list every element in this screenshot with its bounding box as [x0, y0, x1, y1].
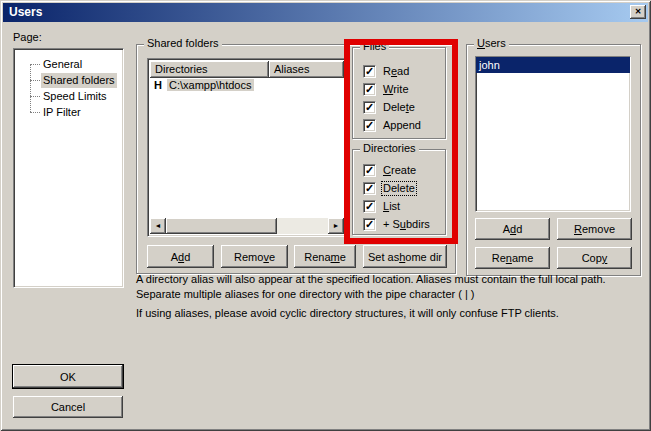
files-group-label: Files — [360, 40, 389, 53]
checkbox-checked-icon[interactable]: ✓ — [363, 65, 376, 78]
cyclic-note: If using aliases, please avoid cyclic di… — [136, 306, 640, 321]
create-checkbox-label[interactable]: Create — [382, 164, 417, 177]
checkbox-checked-icon[interactable]: ✓ — [363, 218, 376, 231]
page-tree: General Shared folders Speed Limits IP F… — [13, 48, 124, 288]
tree-connector — [30, 96, 40, 97]
cancel-button[interactable]: Cancel — [13, 396, 123, 418]
ok-button[interactable]: OK — [13, 365, 123, 388]
notes-text: A directory alias will also appear at th… — [136, 272, 640, 321]
tree-connector — [30, 64, 40, 65]
append-checkbox-row[interactable]: ✓ Append — [363, 118, 422, 132]
user-add-button[interactable]: Add — [475, 218, 550, 240]
append-checkbox-label[interactable]: Append — [382, 119, 422, 132]
checkbox-checked-icon[interactable]: ✓ — [363, 200, 376, 213]
checkbox-checked-icon[interactable]: ✓ — [363, 83, 376, 96]
subdirs-checkbox-row[interactable]: ✓ + Subdirs — [363, 217, 431, 231]
tree-connector — [30, 80, 40, 81]
close-icon[interactable]: ✕ — [630, 5, 646, 19]
users-group-label: Users — [474, 37, 509, 50]
create-checkbox-row[interactable]: ✓ Create — [363, 163, 417, 177]
listview-header: Directories Aliases — [150, 61, 344, 78]
home-marker: H — [154, 79, 162, 91]
subdirs-checkbox-label[interactable]: + Subdirs — [382, 218, 431, 231]
read-checkbox-label[interactable]: Read — [382, 65, 410, 78]
horizontal-scrollbar[interactable]: ◄ ► — [150, 218, 344, 234]
shared-rename-button[interactable]: Rename — [294, 245, 356, 268]
window-title: Users — [9, 5, 42, 19]
set-as-home-dir-button[interactable]: Set as home dir — [363, 245, 447, 268]
directory-row[interactable]: HC:\xampp\htdocs — [150, 78, 344, 93]
checkbox-checked-icon[interactable]: ✓ — [363, 119, 376, 132]
alias-note: A directory alias will also appear at th… — [136, 272, 640, 302]
user-list-item[interactable]: john — [476, 57, 630, 73]
users-dialog: Users ✕ Page: General Shared folders Spe… — [0, 0, 651, 431]
files-group: Files ✓ Read ✓ Write ✓ Delete ✓ Append — [352, 47, 446, 139]
tree-connector — [30, 112, 40, 113]
checkbox-checked-icon[interactable]: ✓ — [363, 101, 376, 114]
write-checkbox-row[interactable]: ✓ Write — [363, 82, 410, 96]
file-delete-checkbox-label[interactable]: Delete — [382, 101, 416, 114]
dir-delete-checkbox-row[interactable]: ✓ Delete — [363, 181, 416, 195]
scrollbar-thumb[interactable] — [166, 218, 277, 234]
user-remove-button[interactable]: Remove — [557, 218, 632, 240]
write-checkbox-label[interactable]: Write — [382, 83, 410, 96]
tree-line — [30, 64, 31, 112]
list-checkbox-label[interactable]: List — [382, 200, 401, 213]
scroll-right-icon[interactable]: ► — [328, 218, 344, 234]
dir-delete-checkbox-label[interactable]: Delete — [382, 182, 416, 195]
tree-item-speed-limits[interactable]: Speed Limits — [41, 89, 109, 104]
shared-add-button[interactable]: Add — [147, 245, 214, 268]
directory-path: C:\xampp\htdocs — [167, 79, 254, 91]
directories-listview: Directories Aliases HC:\xampp\htdocs ◄ ► — [147, 58, 347, 237]
user-copy-button[interactable]: Copy — [557, 247, 632, 269]
page-label: Page: — [13, 31, 42, 43]
shared-folders-group-label: Shared folders — [144, 37, 222, 50]
tree-item-shared-folders[interactable]: Shared folders — [41, 73, 117, 88]
checkbox-checked-icon[interactable]: ✓ — [363, 164, 376, 177]
user-rename-button[interactable]: Rename — [475, 247, 550, 269]
list-checkbox-row[interactable]: ✓ List — [363, 199, 401, 213]
shared-remove-button[interactable]: Remove — [221, 245, 288, 268]
directories-group: Directories ✓ Create ✓ Delete ✓ List ✓ +… — [352, 149, 446, 235]
users-listbox[interactable]: john — [475, 56, 631, 212]
tree-item-ip-filter[interactable]: IP Filter — [41, 105, 83, 120]
directories-group-label: Directories — [360, 142, 419, 155]
read-checkbox-row[interactable]: ✓ Read — [363, 64, 410, 78]
file-delete-checkbox-row[interactable]: ✓ Delete — [363, 100, 416, 114]
checkbox-checked-icon[interactable]: ✓ — [363, 182, 376, 195]
scroll-left-icon[interactable]: ◄ — [150, 218, 166, 234]
users-group: Users john Add Remove Rename Copy — [466, 44, 641, 276]
titlebar: Users ✕ — [3, 3, 648, 22]
column-header-directories[interactable]: Directories — [150, 61, 269, 78]
tree-item-general[interactable]: General — [41, 57, 84, 72]
column-header-aliases[interactable]: Aliases — [269, 61, 344, 78]
